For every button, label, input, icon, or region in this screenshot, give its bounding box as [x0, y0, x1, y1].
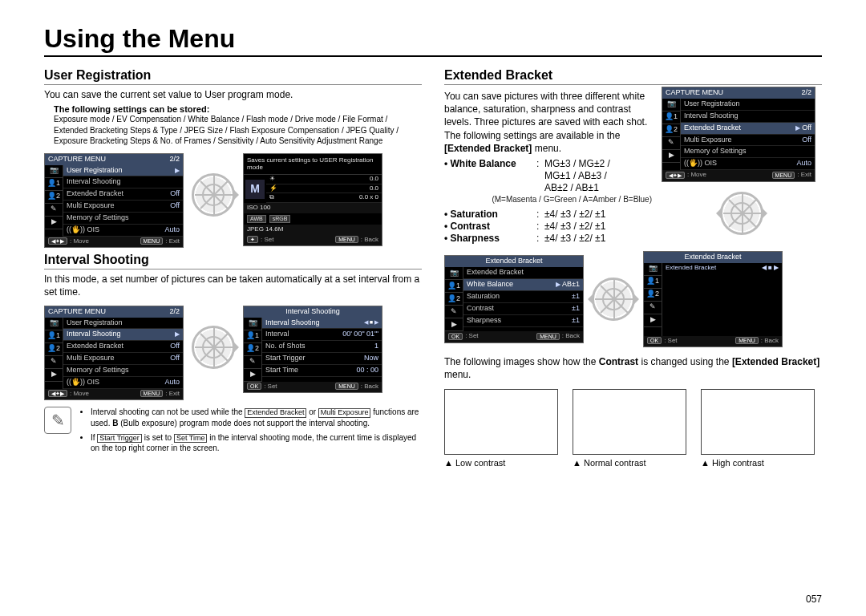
capture-menu-screenshot-ur: CAPTURE MENU 2/2 📷 👤1 👤2 ✎ ▶ User Regist — [44, 153, 184, 249]
menu-item-multi-exposure: Multi ExposureOff — [63, 201, 183, 213]
tab-person1-icon: 👤1 — [45, 178, 63, 191]
ok-button-icon: ✦ — [247, 236, 258, 243]
menu-item-memory-settings: Memory of Settings — [63, 213, 183, 225]
caption-normal: Normal contrast — [573, 458, 686, 468]
note-icon: ✎ — [44, 407, 71, 434]
caption-high: High contrast — [701, 458, 815, 468]
stored-settings-heading: The following settings can be stored: — [54, 104, 422, 114]
menu-button-icon: MENU — [335, 236, 358, 243]
menu-item: Interval Shooting — [63, 329, 183, 341]
menu-item: Contrast±1 — [463, 303, 583, 315]
tab-play-icon: ▶ — [45, 217, 63, 229]
menu-item: Start Time00 : 00 — [262, 365, 382, 377]
extended-bracket-type-screenshot: Extended Bracket 📷 👤1 👤2 ✎ ▶ Extended Br… — [643, 251, 783, 347]
interval-shooting-menu-screenshot: Interval Shooting 📷 👤1 👤2 ✎ ▶ Interval S… — [243, 306, 382, 393]
info-caption: Saves current settings to USER Registrat… — [244, 154, 382, 174]
tab-person2-icon: 👤2 — [45, 191, 63, 204]
info-iso: ISO 100 — [244, 203, 382, 213]
menu-item-ois: ((🖐)) OISAuto — [63, 225, 183, 237]
menu-item: Extended Bracket Off — [681, 123, 815, 135]
menu-item: ((🖐)) OISAuto — [63, 377, 183, 389]
example-low-contrast — [444, 389, 558, 455]
menu-page-indicator: 2/2 — [169, 156, 180, 164]
wb-legend: (M=Masenta / G=Green / A=Amber / B=Blue) — [444, 195, 652, 204]
menu-item: Memory of Settings — [681, 146, 815, 158]
menu-item: Interval Shooting■ — [262, 318, 382, 330]
menu-item: Memory of Settings — [63, 365, 183, 377]
menu-item: Interval00' 00" 01'" — [262, 329, 382, 341]
menu-item: Saturation±1 — [463, 291, 583, 303]
menu-item-extended-bracket: Extended BracketOff — [63, 188, 183, 201]
menu-item: Multi ExposureOff — [681, 135, 815, 147]
user-registration-text: You can save the current set value to Us… — [44, 88, 422, 101]
right-column: Extended Bracket You can save pictures w… — [444, 63, 822, 468]
menu-item: Start TriggerNow — [262, 353, 382, 365]
menu-item: Sharpness±1 — [463, 315, 583, 327]
page-title: Using the Menu — [44, 24, 822, 57]
eb-contrast-text: The following images show how the Contra… — [444, 355, 822, 381]
left-column: User Registration You can save the curre… — [44, 63, 422, 468]
page-number: 057 — [806, 594, 822, 605]
menu-title: CAPTURE MENU — [48, 156, 106, 164]
interval-shooting-text: In this mode, a set number of pictures c… — [44, 273, 422, 298]
info-srgb: sRGB — [269, 215, 291, 223]
menu-item: User Registration — [681, 99, 815, 111]
stored-settings-body: Exposure mode / EV Compensation / White … — [54, 114, 422, 147]
menu-item: User Registration — [63, 318, 183, 330]
menu-item: No. of Shots1 — [262, 341, 382, 353]
extended-bracket-menu-screenshot: Extended Bracket 📷 👤1 👤2 ✎ ▶ Extended Br… — [444, 255, 584, 342]
menu-item: Interval Shooting — [681, 111, 815, 123]
menu-item-interval-shooting: Interval Shooting — [63, 176, 183, 188]
nav-icon: ◀✦▶ — [48, 237, 67, 245]
menu-item: White Balance AB±1 — [463, 279, 583, 291]
tab-camera-icon: 📷 — [45, 165, 63, 178]
blank-preview — [662, 274, 782, 336]
user-registration-info-screenshot: Saves current settings to USER Registrat… — [243, 153, 382, 246]
tab-tool-icon: ✎ — [45, 204, 63, 217]
info-awb: AWB — [247, 215, 266, 223]
menu-item: ((🖐)) OISAuto — [681, 158, 815, 170]
dial-icon — [192, 326, 235, 369]
extended-bracket-heading: Extended Bracket — [444, 68, 822, 85]
menu-button-icon: MENU — [140, 237, 164, 245]
user-registration-heading: User Registration — [44, 68, 422, 85]
eb-text: You can save pictures with three differe… — [444, 90, 652, 155]
menu-item: Multi ExposureOff — [63, 353, 183, 365]
menu-item-user-registration: User Registration — [63, 165, 183, 177]
mode-letter: M — [245, 180, 265, 199]
example-high-contrast — [701, 389, 815, 455]
note-body: Interval shooting can not be used while … — [79, 407, 422, 457]
caption-low: Low contrast — [444, 458, 558, 468]
dial-icon — [192, 173, 235, 217]
capture-menu-screenshot-eb: CAPTURE MENU 2/2 📷 👤1 👤2 ✎ ▶ — [662, 87, 815, 182]
capture-menu-screenshot-is: CAPTURE MENU 2/2 📷 👤1 👤2 ✎ ▶ User Regist — [44, 306, 184, 401]
contrast-examples: Low contrast Normal contrast High contra… — [444, 389, 822, 468]
dial-icon — [720, 192, 763, 235]
info-jpeg: JPEG 14.6M — [244, 225, 382, 235]
dial-icon — [592, 278, 635, 321]
interval-shooting-heading: Interval Shooting — [44, 253, 422, 270]
menu-item: Extended BracketOff — [63, 341, 183, 353]
menu-item: Extended Bracket — [463, 267, 583, 279]
example-normal-contrast — [573, 389, 686, 455]
